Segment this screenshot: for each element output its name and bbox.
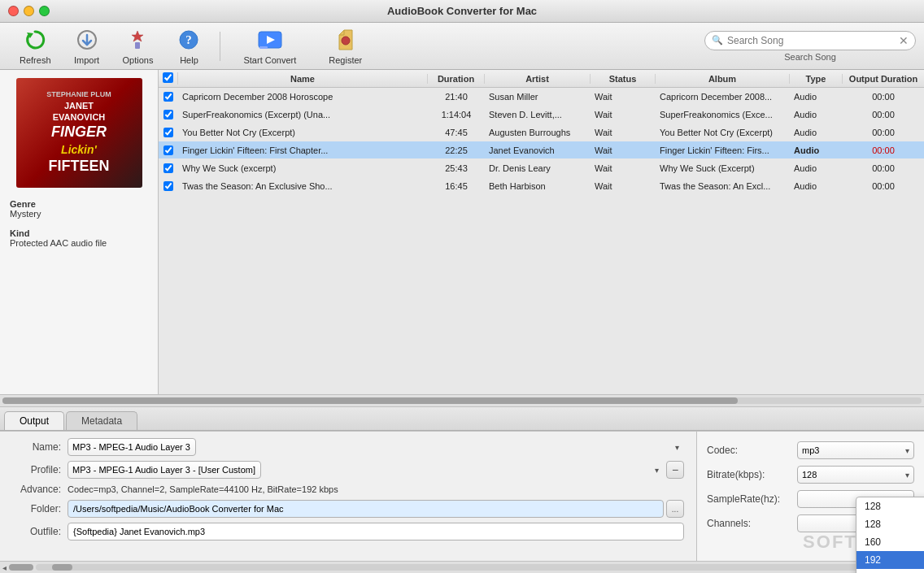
folder-browse-button[interactable]: ... (666, 500, 684, 518)
row-output-duration: 00:00 (843, 110, 924, 119)
table-row[interactable]: SuperFreakonomics (Excerpt) (Una... 1:14… (159, 106, 924, 124)
kind-info: Kind Protected AAC audio file (0, 224, 158, 253)
row-album: Finger Lickin' Fifteen: Firs... (656, 145, 790, 155)
title-bar: AudioBook Converter for Mac (0, 0, 924, 23)
window-controls[interactable] (8, 6, 50, 16)
profile-select[interactable]: MP3 - MPEG-1 Audio Layer 3 - [User Custo… (68, 461, 261, 479)
table-row[interactable]: Capricorn December 2008 Horoscope 21:40 … (159, 88, 924, 106)
col-header-name: Name (178, 74, 428, 84)
codec-select[interactable]: mp3 (797, 441, 914, 459)
advance-value: Codec=mp3, Channel=2, SampleRate=44100 H… (68, 484, 684, 494)
dropdown-item-224[interactable]: 224 (856, 569, 924, 573)
row-status: Wait (591, 92, 656, 102)
outfile-row: Outfile: (12, 523, 684, 540)
col-header-album: Album (656, 74, 790, 84)
register-button[interactable]: Register (312, 24, 378, 68)
toolbar: Refresh Import Options ? Help (0, 23, 924, 70)
row-type: Audio (790, 128, 843, 137)
col-header-type: Type (790, 74, 843, 84)
row-duration: 1:14:04 (428, 110, 485, 119)
scroll-left-button[interactable]: ◂ (2, 563, 7, 572)
bitrate-row: Bitrate(kbps): 128 (707, 466, 914, 484)
dropdown-item-128b[interactable]: 128 (856, 515, 924, 533)
start-convert-button[interactable]: Start Convert (227, 24, 312, 68)
row-album: Twas the Season: An Excl... (656, 181, 790, 191)
search-clear-button[interactable]: ✕ (899, 34, 909, 47)
register-label: Register (329, 55, 362, 65)
row-checkbox[interactable] (159, 128, 178, 137)
table-row[interactable]: You Better Not Cry (Excerpt) 47:45 Augus… (159, 124, 924, 141)
scroll-track[interactable] (36, 564, 888, 571)
outfile-control (68, 523, 684, 540)
col-header-status: Status (591, 74, 656, 84)
maximize-button[interactable] (39, 6, 50, 16)
dropdown-item-160[interactable]: 160 (856, 533, 924, 551)
dropdown-item-128[interactable]: 128 (856, 497, 924, 515)
row-output-duration: 00:00 (843, 163, 924, 173)
name-label: Name: (12, 441, 61, 453)
row-checkbox[interactable] (159, 181, 178, 191)
scroll-center-thumb[interactable] (52, 564, 72, 571)
close-button[interactable] (8, 6, 19, 16)
name-control: MP3 - MPEG-1 Audio Layer 3 (68, 438, 684, 456)
profile-control: MP3 - MPEG-1 Audio Layer 3 - [User Custo… (68, 461, 684, 479)
select-all-checkbox[interactable] (163, 72, 173, 83)
scrollbar-thumb[interactable] (2, 397, 738, 404)
table-row[interactable]: Finger Lickin' Fifteen: First Chapter...… (159, 141, 924, 159)
row-status: Wait (591, 181, 656, 191)
register-icon (333, 27, 359, 53)
kind-value: Protected AAC audio file (10, 238, 148, 248)
row-status: Wait (591, 110, 656, 119)
row-album: SuperFreakonomics (Exce... (656, 110, 790, 119)
row-checkbox[interactable] (159, 163, 178, 173)
separator-1 (220, 32, 220, 61)
row-duration: 21:40 (428, 92, 485, 102)
folder-control: ... (68, 500, 684, 518)
row-status: Wait (591, 163, 656, 173)
profile-minus-button[interactable]: − (666, 461, 684, 479)
refresh-button[interactable]: Refresh (8, 24, 63, 68)
name-select[interactable]: MP3 - MPEG-1 Audio Layer 3 (68, 438, 196, 456)
folder-label: Folder: (12, 503, 61, 514)
advance-label: Advance: (12, 484, 61, 495)
row-name: Why We Suck (excerpt) (178, 163, 428, 173)
bitrate-select[interactable]: 128 (797, 466, 914, 484)
dropdown-item-192[interactable]: 192 (856, 551, 924, 569)
row-type: Audio (790, 181, 843, 191)
horizontal-scrollbar[interactable] (0, 394, 924, 406)
table-header: Name Duration Artist Status Album Type O… (159, 70, 924, 88)
folder-row: Folder: ... (12, 500, 684, 518)
folder-input[interactable] (68, 500, 664, 518)
codec-label: Codec: (707, 445, 792, 456)
bitrate-dropdown[interactable]: 128 128 160 192 224 256 (856, 497, 924, 573)
outfile-input[interactable] (68, 523, 684, 540)
row-name: Twas the Season: An Exclusive Sho... (178, 181, 428, 191)
table-row[interactable]: Why We Suck (excerpt) 25:43 Dr. Denis Le… (159, 159, 924, 177)
row-name: Capricorn December 2008 Horoscope (178, 92, 428, 102)
table-row[interactable]: Twas the Season: An Exclusive Sho... 16:… (159, 177, 924, 195)
row-checkbox[interactable] (159, 92, 178, 102)
tab-output[interactable]: Output (4, 411, 64, 430)
left-panel: STEPHANIE PLUM JANET EVANOVICH FINGER Li… (0, 70, 159, 394)
codec-select-wrapper: mp3 (797, 441, 914, 459)
scroll-left-thumb[interactable] (9, 564, 33, 571)
bottom-form: Name: MP3 - MPEG-1 Audio Layer 3 Profile… (0, 432, 696, 561)
svg-rect-8 (259, 46, 268, 49)
search-input[interactable] (727, 35, 895, 46)
bottom-scrollbar[interactable]: ◂ ▸ (0, 561, 924, 573)
row-checkbox[interactable] (159, 145, 178, 155)
row-album: Capricorn December 2008... (656, 92, 790, 102)
svg-rect-3 (135, 42, 140, 49)
scrollbar-track[interactable] (2, 397, 922, 404)
row-checkbox[interactable] (159, 110, 178, 119)
row-type: Audio (790, 110, 843, 119)
import-button[interactable]: Import (63, 24, 111, 68)
search-bar[interactable]: 🔍 ✕ (704, 31, 916, 50)
options-button[interactable]: Options (111, 24, 165, 68)
minimize-button[interactable] (24, 6, 34, 16)
help-button[interactable]: ? Help (164, 24, 213, 68)
col-header-output-duration: Output Duration (843, 74, 924, 84)
kind-label: Kind (10, 228, 148, 238)
tab-metadata[interactable]: Metadata (66, 411, 137, 430)
row-type: Audio (790, 92, 843, 102)
